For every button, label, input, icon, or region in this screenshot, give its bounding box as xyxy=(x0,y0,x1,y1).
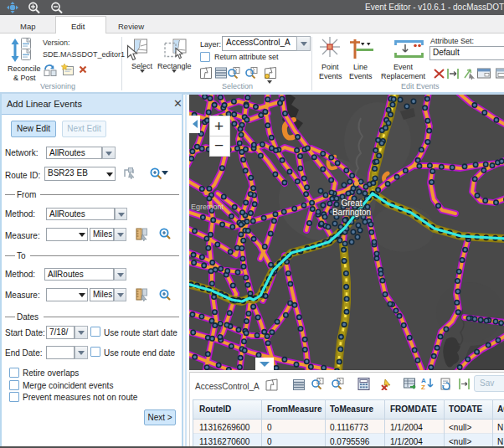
svg-text:Egremont: Egremont xyxy=(191,203,224,211)
svg-text:Great: Great xyxy=(341,198,362,208)
svg-text:Z: Z xyxy=(421,384,425,390)
svg-text:Barrington: Barrington xyxy=(332,208,371,217)
